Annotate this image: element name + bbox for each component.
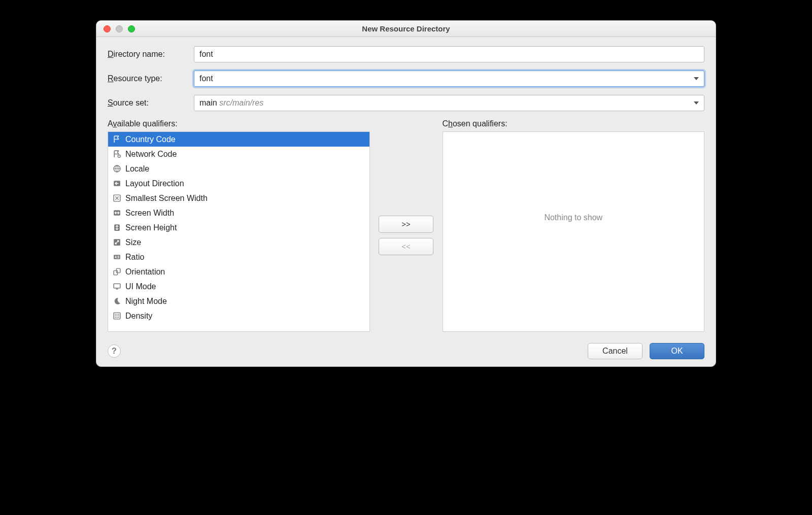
chosen-empty-text: Nothing to show — [443, 131, 704, 317]
add-qualifier-button[interactable]: >> — [379, 216, 433, 233]
width-icon — [112, 209, 121, 218]
source-set-main: main — [199, 98, 217, 107]
list-item-label: UI Mode — [125, 282, 156, 291]
list-item[interactable]: UI Mode — [108, 279, 369, 294]
bottom-bar: ? Cancel OK — [108, 343, 704, 359]
list-item-label: Network Code — [125, 150, 177, 159]
resize-icon — [112, 238, 121, 247]
ratio-icon: 4:3 — [112, 253, 121, 262]
height-icon — [112, 223, 121, 232]
list-item[interactable]: Locale — [108, 161, 369, 176]
list-item-label: Layout Direction — [125, 179, 184, 188]
list-item[interactable]: Night Mode — [108, 294, 369, 308]
available-label: Available qualifiers: — [108, 119, 370, 128]
qualifier-dual-list: Available qualifiers: Country CodeNetwor… — [108, 119, 704, 332]
svg-text:4:3: 4:3 — [114, 255, 119, 259]
globe-icon — [112, 164, 121, 174]
dialog-window: New Resource Directory Directory name: R… — [96, 20, 716, 367]
chosen-label: Chosen qualifiers: — [443, 119, 705, 128]
close-window-icon[interactable] — [104, 25, 111, 32]
ok-button[interactable]: OK — [650, 343, 704, 359]
available-qualifiers-list[interactable]: Country CodeNetwork CodeLocaleLayout Dir… — [108, 131, 370, 332]
list-item[interactable]: Size — [108, 235, 369, 250]
directory-name-label: Directory name: — [108, 50, 194, 59]
minimize-window-icon[interactable] — [116, 25, 123, 32]
source-set-label: Source set: — [108, 98, 194, 108]
resource-type-label: Resource type: — [108, 74, 194, 83]
list-item-label: Locale — [125, 164, 149, 174]
svg-point-20 — [116, 317, 117, 318]
svg-point-17 — [116, 315, 117, 316]
chevron-down-icon — [694, 77, 699, 80]
list-item[interactable]: Density — [108, 308, 369, 323]
svg-point-19 — [115, 317, 116, 318]
list-item-label: Smallest Screen Width — [125, 194, 208, 203]
orientation-icon — [112, 267, 121, 277]
list-item[interactable]: Screen Height — [108, 220, 369, 235]
source-set-combo[interactable]: main src/main/res — [194, 95, 704, 111]
list-item[interactable]: Screen Width — [108, 205, 369, 220]
list-item-label: Night Mode — [125, 297, 167, 306]
directory-name-row: Directory name: — [108, 46, 704, 62]
list-item-label: Country Code — [125, 135, 176, 144]
svg-point-18 — [118, 315, 119, 316]
window-controls — [104, 25, 135, 32]
list-item[interactable]: Network Code — [108, 147, 369, 161]
svg-point-13 — [115, 314, 116, 315]
list-item[interactable]: Layout Direction — [108, 176, 369, 191]
resource-type-value: font — [199, 74, 213, 83]
available-column: Available qualifiers: Country CodeNetwor… — [108, 119, 370, 332]
moon-icon — [112, 297, 121, 306]
resource-type-row: Resource type: font — [108, 71, 704, 87]
svg-point-16 — [115, 315, 116, 316]
chosen-qualifiers-list[interactable]: Nothing to show — [443, 131, 705, 332]
list-item-label: Ratio — [125, 253, 144, 262]
titlebar: New Resource Directory — [96, 21, 716, 37]
expand-icon — [112, 194, 121, 203]
svg-point-15 — [118, 314, 119, 315]
list-item[interactable]: Orientation — [108, 264, 369, 279]
directory-name-input[interactable] — [194, 46, 704, 62]
svg-point-21 — [118, 317, 119, 318]
list-item-label: Screen Width — [125, 209, 174, 218]
monitor-icon — [112, 282, 121, 291]
source-set-value: main src/main/res — [199, 98, 263, 108]
svg-rect-11 — [114, 284, 120, 288]
window-title: New Resource Directory — [96, 24, 716, 33]
chevron-down-icon — [694, 101, 699, 105]
chosen-column: Chosen qualifiers: Nothing to show — [443, 119, 705, 332]
flag-icon — [112, 135, 121, 144]
mover-buttons: >> << — [377, 119, 435, 332]
list-item-label: Density — [125, 312, 152, 321]
zoom-window-icon[interactable] — [128, 25, 135, 32]
remove-qualifier-button[interactable]: << — [379, 238, 433, 255]
svg-point-0 — [118, 155, 120, 157]
density-icon — [112, 312, 121, 321]
svg-point-14 — [116, 314, 117, 315]
list-item-label: Orientation — [125, 267, 165, 277]
list-item-label: Screen Height — [125, 223, 177, 232]
list-item[interactable]: Smallest Screen Width — [108, 191, 369, 205]
cancel-button[interactable]: Cancel — [588, 343, 642, 359]
network-icon — [112, 150, 121, 159]
list-item[interactable]: 4:3Ratio — [108, 250, 369, 264]
list-item-label: Size — [125, 238, 141, 247]
resource-type-combo[interactable]: font — [194, 71, 704, 87]
list-item[interactable]: Country Code — [108, 132, 369, 147]
source-set-hint: src/main/res — [219, 98, 263, 107]
help-button[interactable]: ? — [108, 345, 121, 358]
source-set-row: Source set: main src/main/res — [108, 95, 704, 111]
arrow-left-box-icon — [112, 179, 121, 188]
